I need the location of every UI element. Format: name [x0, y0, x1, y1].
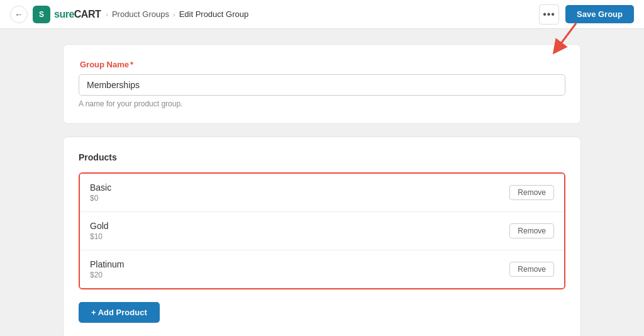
product-name: Gold — [90, 221, 109, 231]
group-name-label: Group Name* — [79, 60, 565, 69]
topbar: ← S sureCART › Product Groups › Edit Pro… — [0, 0, 644, 29]
logo-area: S sureCART — [33, 6, 101, 23]
topbar-left: ← S sureCART › Product Groups › Edit Pro… — [10, 6, 248, 23]
product-info: Basic $0 — [90, 182, 111, 203]
remove-product-button[interactable]: Remove — [509, 262, 554, 277]
product-item: Basic $0 Remove — [80, 174, 564, 212]
more-options-button[interactable]: ••• — [539, 4, 559, 25]
breadcrumb-edit-product-group: Edit Product Group — [179, 9, 249, 19]
add-product-button[interactable]: + Add Product — [79, 302, 160, 323]
group-name-card: Group Name* A name for your product grou… — [63, 44, 581, 124]
group-name-input[interactable] — [79, 74, 565, 96]
topbar-right: ••• Save Group — [539, 4, 634, 25]
surecart-logo-text: sureCART — [54, 9, 101, 20]
product-price: $10 — [90, 232, 109, 241]
remove-product-button[interactable]: Remove — [509, 185, 554, 200]
save-group-button[interactable]: Save Group — [565, 5, 634, 23]
breadcrumb-product-groups[interactable]: Product Groups — [112, 9, 169, 19]
surecart-logo-icon: S — [33, 6, 50, 23]
breadcrumb-separator-1: › — [106, 11, 108, 18]
remove-product-button[interactable]: Remove — [509, 223, 554, 238]
product-info: Gold $10 — [90, 221, 109, 241]
back-button[interactable]: ← — [10, 6, 28, 23]
product-price: $0 — [90, 194, 111, 203]
products-list: Basic $0 Remove Gold $10 Remove Platinum… — [79, 172, 565, 289]
product-item: Gold $10 Remove — [80, 212, 564, 250]
product-info: Platinum $20 — [90, 259, 124, 279]
main-content: Group Name* A name for your product grou… — [0, 29, 644, 336]
product-item: Platinum $20 Remove — [80, 250, 564, 288]
product-name: Platinum — [90, 259, 124, 269]
product-name: Basic — [90, 182, 111, 193]
products-card: Products Basic $0 Remove Gold $10 Remove… — [63, 137, 581, 336]
group-name-hint: A name for your product group. — [79, 99, 565, 108]
breadcrumb-separator-2: › — [173, 11, 175, 18]
breadcrumb: › Product Groups › Edit Product Group — [106, 9, 248, 19]
product-price: $20 — [90, 271, 124, 279]
products-section-title: Products — [79, 152, 565, 162]
